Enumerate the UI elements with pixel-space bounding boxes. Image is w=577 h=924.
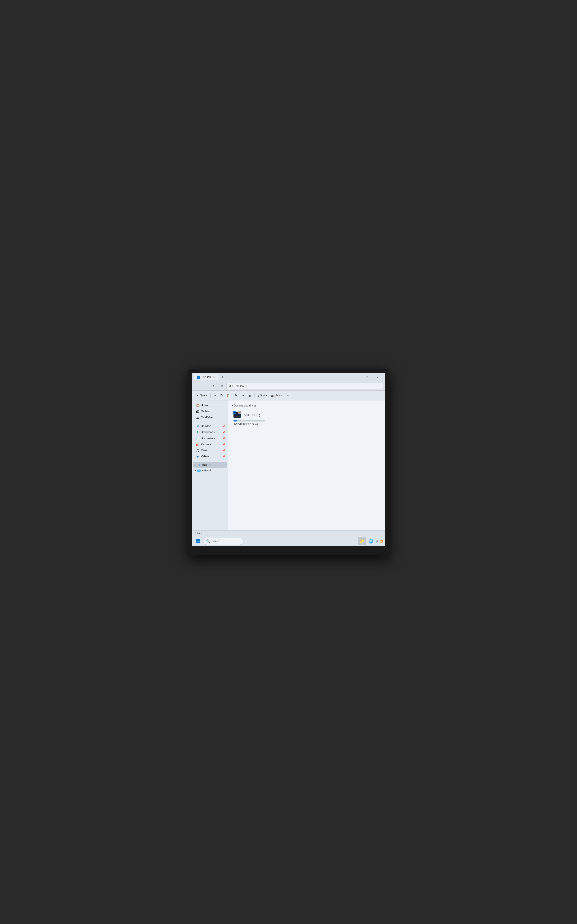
view-icon: ⊞ xyxy=(271,394,274,397)
close-button[interactable]: × xyxy=(372,374,383,380)
logo-sq3 xyxy=(196,541,198,543)
drive-c[interactable]: 🔒 Local Disk (C:) 426 GB free of 476 GB xyxy=(232,410,268,427)
drive-c-icon: 🔒 xyxy=(234,412,241,419)
sidebar-home-label: Home xyxy=(201,404,208,407)
view-dropdown-arrow: ▾ xyxy=(281,394,282,397)
videos-pin-icon: 📌 xyxy=(222,455,225,458)
sidebar-item-gallery[interactable]: 🖼 Gallery xyxy=(193,409,227,414)
sidebar-desktop-label: Desktop xyxy=(201,425,211,428)
rename-button[interactable]: ✎ xyxy=(233,392,239,399)
breadcrumb-bar[interactable]: 🖥 > This PC > xyxy=(226,383,383,389)
win-sq1 xyxy=(232,411,234,412)
delete-button[interactable]: 🗑 xyxy=(246,392,253,399)
taskbar-edge[interactable]: 🌐 xyxy=(367,537,375,545)
new-button[interactable]: ＋ New ▾ xyxy=(194,392,209,399)
sidebar-item-pictures[interactable]: 🖼 Pictures 📌 xyxy=(193,441,227,447)
sidebar-item-desktop[interactable]: 🖥 Desktop 📌 xyxy=(193,423,227,429)
new-label: New xyxy=(200,394,205,397)
sidebar-item-thispc[interactable]: ▶ 🖥 This PC xyxy=(193,462,227,468)
sidebar-item-home[interactable]: 🏠 Home xyxy=(193,402,227,408)
start-button[interactable] xyxy=(194,537,202,545)
paste-icon: 📋 xyxy=(227,394,230,397)
toolbar-sep1 xyxy=(210,393,211,398)
drive-bar-container xyxy=(234,420,265,422)
view-button[interactable]: ⊞ View ▾ xyxy=(269,392,284,399)
forward-button[interactable]: → xyxy=(202,383,209,389)
section-label: Devices and drives xyxy=(234,404,256,407)
refresh-button[interactable]: ↻ xyxy=(218,383,225,389)
cut-button[interactable]: ✂ xyxy=(212,392,218,399)
search-label: Search xyxy=(212,540,220,543)
videos-icon: ▶ xyxy=(196,455,200,458)
sidebar: 🏠 Home 🖼 Gallery ☁ OneDrive 🖥 Desktop 📌 xyxy=(192,401,228,530)
onedrive-icon: ☁ xyxy=(196,416,200,419)
share-icon: ↗ xyxy=(241,394,244,397)
win-sq2 xyxy=(234,411,236,412)
search-icon: 🔍 xyxy=(206,539,210,543)
maximize-button[interactable]: □ xyxy=(362,374,372,380)
window-controls: ─ □ × xyxy=(351,374,383,380)
win-sq4 xyxy=(234,412,236,414)
title-bar: This PC × + ─ □ × xyxy=(192,373,385,381)
breadcrumb-thispc[interactable]: This PC xyxy=(234,384,244,388)
back-button[interactable]: ← xyxy=(194,383,201,389)
address-bar: ← → ↑ ↻ 🖥 > This PC > xyxy=(192,381,385,391)
music-icon: 🎵 xyxy=(196,449,200,452)
up-button[interactable]: ↑ xyxy=(210,383,217,389)
sidebar-videos-label: Videos xyxy=(201,455,210,458)
breadcrumb-sep2: > xyxy=(245,384,246,387)
documents-icon: 📄 xyxy=(196,436,200,440)
cut-icon: ✂ xyxy=(214,394,216,397)
item-count: 1 item xyxy=(195,532,202,535)
sidebar-item-music[interactable]: 🎵 Music 📌 xyxy=(193,447,227,453)
copy-button[interactable]: ⧉ xyxy=(219,392,224,399)
hdd-icon: 🔒 xyxy=(234,412,241,418)
sidebar-thispc-label: This PC xyxy=(201,464,211,467)
tab-close-button[interactable]: × xyxy=(212,375,216,379)
edge-icon: 🌐 xyxy=(369,539,374,544)
systray-time: 🔊 📶 xyxy=(376,540,383,543)
sidebar-item-documents[interactable]: 📄 Documents 📌 xyxy=(193,435,227,441)
view-label: View xyxy=(275,394,280,397)
sort-button[interactable]: ↕ Sort ▾ xyxy=(256,392,269,399)
new-icon: ＋ xyxy=(196,394,199,397)
sidebar-item-videos[interactable]: ▶ Videos 📌 xyxy=(193,454,227,459)
downloads-icon: ⬇ xyxy=(196,430,200,434)
drives-grid: 🔒 Local Disk (C:) 426 GB free of 476 GB xyxy=(232,410,381,427)
gallery-icon: 🖼 xyxy=(196,410,200,413)
new-tab-button[interactable]: + xyxy=(219,374,226,380)
breadcrumb-pc-icon: 🖥 xyxy=(228,384,231,388)
sidebar-item-downloads[interactable]: ⬇ Downloads 📌 xyxy=(193,429,227,435)
windows-logo xyxy=(196,539,200,543)
more-button[interactable]: ··· xyxy=(285,392,290,399)
sidebar-network-label: Network xyxy=(201,469,212,472)
drive-top: 🔒 Local Disk (C:) xyxy=(234,412,260,419)
logo-sq1 xyxy=(196,539,198,541)
sidebar-item-onedrive[interactable]: ☁ OneDrive xyxy=(193,415,227,420)
sort-label: Sort xyxy=(260,394,265,397)
paste-button[interactable]: 📋 xyxy=(225,392,232,399)
desktop-pin-icon: 📌 xyxy=(222,425,225,428)
laptop-frame: This PC × + ─ □ × ← → ↑ ↻ 🖥 > This PC > xyxy=(188,369,389,555)
sidebar-item-network[interactable]: ▶ 🌐 Network xyxy=(193,468,227,473)
drive-c-name: Local Disk (C:) xyxy=(242,414,260,417)
desktop-icon: 🖥 xyxy=(196,425,200,428)
main-layout: 🏠 Home 🖼 Gallery ☁ OneDrive 🖥 Desktop 📌 xyxy=(192,401,385,530)
sidebar-music-label: Music xyxy=(201,449,208,452)
logo-sq2 xyxy=(198,539,200,541)
toolbar: ＋ New ▾ ✂ ⧉ 📋 ✎ ↗ 🗑 xyxy=(192,391,385,401)
taskbar-search[interactable]: 🔍 Search xyxy=(203,538,243,545)
share-button[interactable]: ↗ xyxy=(240,392,246,399)
section-header: ▾ Devices and drives xyxy=(232,404,381,407)
delete-icon: 🗑 xyxy=(248,394,251,397)
home-icon: 🏠 xyxy=(196,404,200,407)
pictures-icon: 🖼 xyxy=(196,443,200,446)
thispc-expand-arrow: ▶ xyxy=(195,464,196,466)
network-icon: 🌐 xyxy=(197,469,201,472)
drive-bar-fill xyxy=(234,420,237,422)
breadcrumb-sep1: > xyxy=(232,384,233,387)
taskbar-file-explorer[interactable]: 📁 xyxy=(358,537,366,545)
sidebar-pictures-label: Pictures xyxy=(201,443,211,446)
tab-this-pc[interactable]: This PC × xyxy=(194,374,219,380)
minimize-button[interactable]: ─ xyxy=(351,374,361,380)
